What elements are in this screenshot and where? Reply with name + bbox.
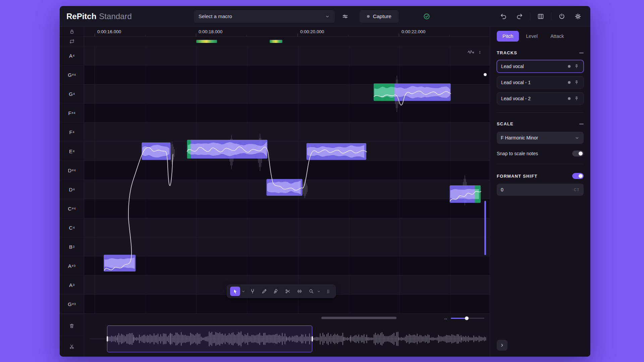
pitch-label[interactable]: B3	[60, 237, 84, 256]
pitch-label[interactable]: F#4	[60, 104, 84, 123]
scissors-tool-button[interactable]	[283, 287, 292, 296]
scale-select-value: F Harmonic Minor	[501, 135, 538, 140]
power-button[interactable]	[556, 11, 568, 22]
ruler-time-label: 0:00:20.000	[300, 29, 324, 34]
macro-select[interactable]: Select a macro	[194, 10, 335, 23]
zoom-tool-chevron-icon[interactable]	[317, 290, 321, 293]
formant-value-field[interactable]: 0 CT	[497, 184, 584, 196]
overview-strip[interactable]	[88, 324, 486, 353]
vertical-zoom-button[interactable]: ↕	[479, 49, 481, 55]
pitch-label[interactable]: A3	[60, 276, 84, 295]
select-tool-chevron-icon[interactable]	[241, 290, 245, 293]
pitch-tool-button[interactable]	[248, 287, 257, 296]
scroll-zoom-band: ↔	[84, 314, 490, 322]
pitch-label[interactable]: G#4	[60, 65, 84, 84]
zoom-tool-button[interactable]	[307, 287, 316, 296]
track-pin-icon[interactable]	[574, 96, 579, 101]
pitch-label[interactable]: G#3	[60, 295, 84, 314]
ruler-tick	[298, 34, 298, 37]
pitch-label[interactable]: A4	[60, 46, 84, 65]
horizontal-scrollbar[interactable]	[321, 317, 396, 319]
collapse-tracks-icon[interactable]	[579, 53, 584, 53]
sidebar-divider	[497, 164, 584, 164]
collapse-scale-icon[interactable]	[579, 124, 584, 124]
pitch-label[interactable]: F4	[60, 123, 84, 142]
pitch-label[interactable]: A#3	[60, 256, 84, 276]
macro-settings-button[interactable]	[339, 11, 351, 22]
track-active-dot[interactable]	[568, 81, 571, 84]
track-item[interactable]: Lead vocal - 1	[497, 76, 584, 89]
retune-tool-button[interactable]	[295, 287, 304, 296]
capture-region-mark	[270, 40, 282, 43]
zoom-slider-knob[interactable]	[465, 316, 469, 320]
lock-button[interactable]	[60, 27, 84, 37]
notes-canvas	[84, 46, 490, 314]
zoom-slider[interactable]	[451, 318, 484, 319]
scissors-icon	[285, 288, 291, 294]
macro-select-value: Select a macro	[199, 13, 232, 19]
edition-name: Standard	[99, 12, 131, 21]
formant-toggle[interactable]	[572, 173, 584, 179]
ruler-tick	[399, 34, 399, 37]
editor-toolbar	[227, 285, 336, 298]
tab-pitch[interactable]: Pitch	[497, 31, 519, 42]
select-tool-button[interactable]	[230, 287, 240, 296]
tuning-fork-icon	[250, 288, 256, 294]
timeline-ruler[interactable]: 0:00:16.0000:00:18.0000:00:20.0000:00:22…	[84, 27, 490, 37]
ruler-tick	[95, 34, 95, 37]
delete-button[interactable]	[60, 315, 84, 336]
undo-button[interactable]	[498, 11, 509, 22]
track-pin-icon[interactable]	[574, 80, 579, 85]
zoom-control: ↔	[443, 314, 484, 322]
pitch-label[interactable]: D#4	[60, 161, 84, 180]
draw-tool-button[interactable]	[260, 287, 269, 296]
scale-select[interactable]: F Harmonic Minor	[497, 132, 584, 144]
layout-columns-button[interactable]	[535, 11, 546, 22]
capture-label: Capture	[373, 13, 391, 19]
ruler-minor-tick	[348, 35, 348, 37]
horizontal-zoom-icon: ↔	[443, 316, 448, 321]
lock-icon	[69, 29, 75, 35]
selection-left-handle[interactable]	[107, 336, 108, 342]
vertical-scrollbar[interactable]	[484, 201, 486, 255]
pitch-label[interactable]: C4	[60, 218, 84, 237]
ruler-time-label: 0:00:16.000	[97, 29, 121, 34]
track-name: Lead vocal	[501, 64, 565, 69]
track-item[interactable]: Lead vocal	[497, 60, 584, 73]
pitch-display-button[interactable]	[467, 49, 475, 55]
pitch-label[interactable]: G4	[60, 84, 84, 104]
grid-corner-tools: ↕	[467, 49, 481, 55]
settings-button[interactable]	[572, 11, 584, 22]
toolbar-drag-handle[interactable]	[324, 287, 332, 296]
gear-icon	[574, 13, 582, 20]
vertical-zoom-icon: ↕	[479, 49, 481, 55]
capture-strip	[84, 37, 490, 46]
overview-selection[interactable]	[107, 325, 312, 352]
track-active-dot[interactable]	[568, 65, 571, 68]
ruler-minor-tick	[247, 35, 247, 37]
track-active-dot[interactable]	[568, 97, 571, 100]
cursor-icon	[232, 289, 238, 294]
formant-value: 0	[501, 187, 503, 192]
left-rail: A4G#4G4F#4F4E4D#4D4C#4C4B3A#3A3G#3	[60, 27, 84, 357]
note-grid[interactable]: ↕	[84, 46, 490, 314]
cut-button[interactable]	[60, 336, 84, 357]
rail-bottom	[60, 314, 84, 357]
track-item[interactable]: Lead vocal - 2	[497, 92, 584, 105]
pitch-label[interactable]: C#4	[60, 199, 84, 218]
pen-tool-button[interactable]	[272, 287, 280, 296]
status-ok-button[interactable]	[421, 11, 432, 22]
selection-right-handle[interactable]	[312, 336, 313, 342]
sidebar-expand-button[interactable]	[497, 340, 507, 351]
pitch-label[interactable]: E4	[60, 142, 84, 161]
tab-level[interactable]: Level	[520, 31, 543, 42]
redo-button[interactable]	[514, 11, 525, 22]
pitch-label[interactable]: D4	[60, 180, 84, 199]
snap-toggle[interactable]	[572, 150, 584, 157]
vertical-scroll-knob[interactable]	[484, 73, 487, 76]
track-pin-icon[interactable]	[574, 64, 579, 69]
tab-attack[interactable]: Attack	[545, 31, 570, 42]
chevron-right-icon	[500, 343, 504, 348]
loop-button[interactable]	[60, 37, 84, 46]
capture-button[interactable]: Capture	[360, 10, 399, 23]
